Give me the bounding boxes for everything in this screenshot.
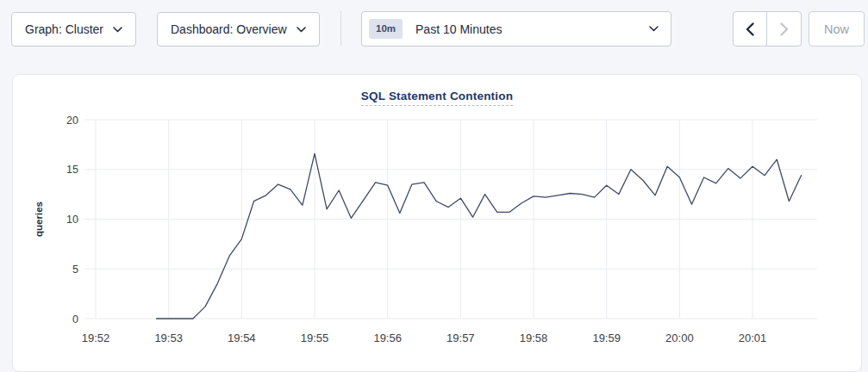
y-tick-label: 15 <box>66 164 78 176</box>
chart-canvas[interactable]: 0510152019:5219:5319:5419:5519:5619:5719… <box>13 75 861 371</box>
time-range-label: Past 10 Minutes <box>415 22 502 36</box>
x-tick-label: 19:59 <box>592 332 621 344</box>
y-axis-label: queries <box>34 202 44 237</box>
chart-panel: SQL Statement Contention 0510152019:5219… <box>12 74 862 372</box>
x-tick-label: 19:55 <box>301 332 329 344</box>
time-back-button[interactable] <box>734 12 767 46</box>
toolbar: Graph: Cluster Dashboard: Overview 10m P… <box>0 0 868 59</box>
x-tick-label: 19:53 <box>154 332 183 344</box>
chevron-down-icon <box>649 26 659 32</box>
y-tick-label: 20 <box>66 115 78 127</box>
toolbar-divider <box>340 11 341 46</box>
chevron-down-icon <box>113 27 122 33</box>
y-tick-label: 5 <box>72 264 78 276</box>
time-range-dropdown[interactable]: 10m Past 10 Minutes <box>361 11 671 46</box>
time-forward-button[interactable] <box>767 12 801 46</box>
x-tick-label: 19:58 <box>520 332 548 344</box>
y-tick-label: 0 <box>72 313 78 326</box>
graph-dropdown[interactable]: Graph: Cluster <box>11 12 136 46</box>
time-nav-group <box>733 11 802 46</box>
x-tick-label: 19:52 <box>82 332 110 344</box>
x-tick-label: 19:54 <box>228 332 256 344</box>
dashboard-dropdown-label: Dashboard: Overview <box>171 22 287 36</box>
x-tick-label: 19:56 <box>373 332 402 344</box>
chevron-down-icon <box>297 27 306 33</box>
data-line-queries <box>157 153 802 319</box>
chevron-right-icon <box>780 22 789 36</box>
x-tick-label: 20:01 <box>739 332 767 344</box>
time-range-badge: 10m <box>369 19 403 40</box>
graph-dropdown-label: Graph: Cluster <box>25 22 103 36</box>
x-tick-label: 19:57 <box>446 332 475 344</box>
x-tick-label: 20:00 <box>665 332 694 344</box>
dashboard-dropdown[interactable]: Dashboard: Overview <box>157 12 320 46</box>
chevron-left-icon <box>746 22 754 36</box>
y-tick-label: 10 <box>66 214 78 226</box>
now-button[interactable]: Now <box>809 11 865 46</box>
